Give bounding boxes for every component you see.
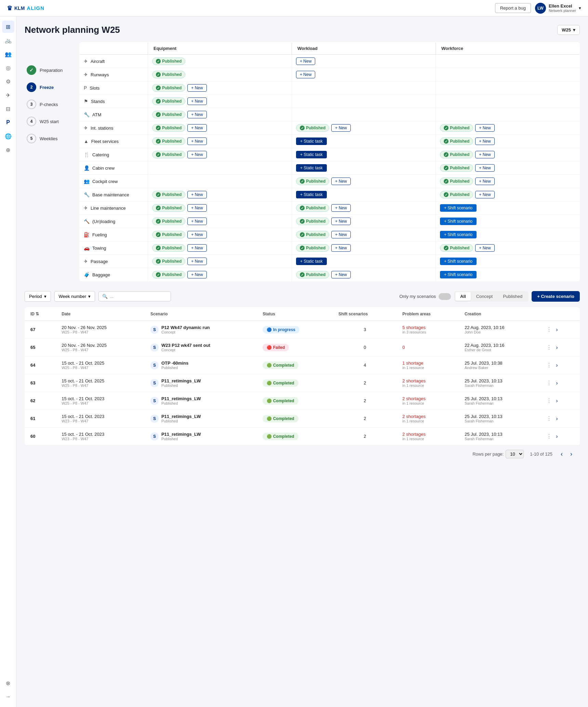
workforce-cell [436, 108, 580, 121]
new-button[interactable]: + New [475, 191, 494, 198]
static-task-button[interactable]: + Static task [296, 191, 327, 198]
more-options-button[interactable]: ⋮ [545, 432, 553, 441]
search-field[interactable]: 🔍 [98, 291, 171, 301]
more-options-button[interactable]: ⋮ [545, 414, 553, 423]
expand-button[interactable]: › [554, 361, 559, 370]
shift-scenario-button[interactable]: + Shift scenario [440, 204, 477, 212]
shift-scenario-button[interactable]: + Shift scenario [440, 258, 477, 265]
more-options-button[interactable]: ⋮ [545, 325, 553, 334]
shift-scenario-button[interactable]: + Shift scenario [440, 231, 477, 238]
scenario-shift-count: 2 [333, 410, 397, 428]
new-button[interactable]: + New [187, 151, 206, 158]
more-options-button[interactable]: ⋮ [545, 343, 553, 352]
expand-button[interactable]: › [554, 325, 559, 334]
step-w25start[interactable]: 4 W25 start [25, 114, 72, 129]
search-input[interactable] [110, 294, 167, 299]
new-button[interactable]: + New [331, 204, 350, 212]
new-button[interactable]: + New [187, 218, 206, 225]
week-selector[interactable]: W25 ▾ [557, 25, 580, 35]
expand-button[interactable]: › [554, 396, 559, 405]
prev-page-button[interactable]: ‹ [559, 450, 565, 458]
tab-published[interactable]: Published [498, 292, 527, 301]
scenario-date: 15 oct. - 21 Oct. 2023 W25 - P8 - W47 [56, 392, 145, 410]
scenario-type: Concept [161, 348, 210, 352]
step-weeklies[interactable]: 5 Weeklies [25, 131, 72, 146]
sidebar-icon-sliders[interactable]: ⊟ [2, 103, 14, 115]
row-label-text: Towing [92, 246, 106, 251]
sidebar-icon-circle[interactable]: ◎ [2, 62, 14, 74]
shift-scenario-button[interactable]: + Shift scenario [440, 271, 477, 278]
tab-concept[interactable]: Concept [471, 292, 497, 301]
new-button[interactable]: + New [187, 271, 206, 278]
new-button[interactable]: + New [187, 97, 206, 105]
step-freeze[interactable]: 2 Freeze [25, 80, 72, 95]
status-badge: 🟢 Completed [263, 433, 298, 440]
new-button[interactable]: + New [475, 151, 494, 158]
table-row: ✈ Aircraft Published + New [80, 55, 580, 68]
sidebar-icon-plane[interactable]: ✈ [2, 89, 14, 101]
my-scenarios-toggle[interactable] [439, 293, 451, 300]
static-task-button[interactable]: + Static task [296, 138, 327, 145]
status-badge: 🟢 Completed [263, 415, 298, 422]
equipment-cell: Published+ New [148, 95, 292, 108]
user-menu[interactable]: LW Ellen Excel Netwerk planner ▾ [535, 3, 581, 14]
sidebar-icon-stack[interactable]: ⊕ [2, 144, 14, 156]
new-button[interactable]: + New [475, 138, 494, 145]
sidebar-icon-grid[interactable]: ⊞ [2, 21, 14, 33]
new-button[interactable]: + New [331, 244, 350, 252]
new-button[interactable]: + New [187, 84, 206, 92]
expand-button[interactable]: › [554, 379, 559, 388]
new-button[interactable]: + New [331, 124, 350, 132]
new-button[interactable]: + New [475, 178, 494, 185]
sidebar-icon-settings[interactable]: ⚙ [2, 75, 14, 88]
new-button[interactable]: + New [331, 218, 350, 225]
new-button[interactable]: + New [187, 191, 206, 198]
new-button[interactable]: + New [475, 164, 494, 172]
step-pchecks[interactable]: 3 P-checks [25, 97, 72, 112]
create-scenario-button[interactable]: + Create scenario [532, 291, 580, 302]
more-options-button[interactable]: ⋮ [545, 396, 553, 405]
tab-all[interactable]: All [455, 292, 471, 301]
static-task-button[interactable]: + Static task [296, 164, 327, 172]
sidebar-icon-bike[interactable]: 🚲 [2, 34, 14, 47]
new-button[interactable]: + New [331, 231, 350, 238]
new-button[interactable]: + New [475, 124, 494, 132]
next-page-button[interactable]: › [568, 450, 574, 458]
expand-button[interactable]: › [554, 343, 559, 352]
new-button[interactable]: + New [187, 111, 206, 118]
new-button[interactable]: + New [187, 244, 206, 252]
workforce-cell: Published+ New [436, 121, 580, 135]
table-row: 🔨 (Un)loading Published+ New Published+ … [80, 215, 580, 228]
period-filter[interactable]: Period ▾ [25, 291, 51, 302]
report-bug-button[interactable]: Report a bug [495, 3, 531, 13]
sidebar-icon-pcheck[interactable]: P [2, 116, 14, 129]
new-button[interactable]: + New [331, 271, 350, 278]
page-range: 1-10 of 125 [530, 451, 552, 457]
scenario-name: P12 Wk47 dynamic run [161, 325, 210, 330]
sidebar-icon-globe[interactable]: 🌐 [2, 130, 14, 142]
expand-button[interactable]: › [554, 414, 559, 423]
new-button[interactable]: + New [296, 71, 315, 78]
static-task-button[interactable]: + Static task [296, 258, 327, 265]
new-button[interactable]: + New [187, 231, 206, 238]
shift-scenario-button[interactable]: + Shift scenario [440, 218, 477, 225]
step-label-2: Freeze [40, 85, 54, 90]
new-button[interactable]: + New [296, 57, 315, 65]
week-number-filter[interactable]: Week number ▾ [54, 291, 95, 302]
col-header-workforce: Workforce [436, 42, 580, 55]
new-button[interactable]: + New [331, 178, 350, 185]
equipment-cell: Published+ New [148, 81, 292, 95]
rows-per-page-select[interactable]: 10 25 50 [506, 450, 524, 458]
new-button[interactable]: + New [187, 204, 206, 212]
expand-button[interactable]: › [554, 432, 559, 441]
more-options-button[interactable]: ⋮ [545, 361, 553, 370]
step-preparation[interactable]: ✓ Preparation [25, 63, 72, 78]
static-task-button[interactable]: + Static task [296, 151, 327, 158]
new-button[interactable]: + New [187, 258, 206, 265]
new-button[interactable]: + New [187, 124, 206, 132]
new-button[interactable]: + New [187, 138, 206, 145]
sidebar-icon-people[interactable]: 👥 [2, 48, 14, 60]
new-button[interactable]: + New [475, 244, 494, 252]
scenario-icon: S [150, 361, 159, 369]
more-options-button[interactable]: ⋮ [545, 378, 553, 388]
